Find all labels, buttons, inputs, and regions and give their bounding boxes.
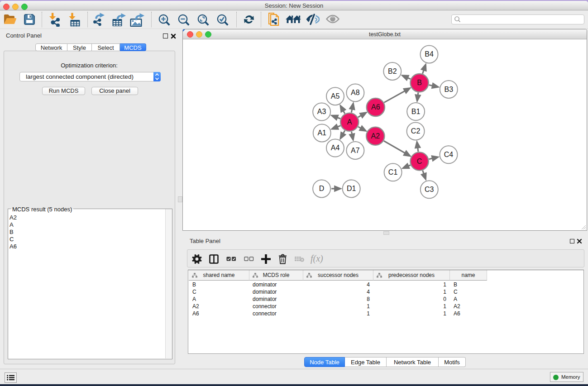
svg-text:B: B (417, 79, 422, 86)
svg-text:C2: C2 (411, 127, 421, 135)
svg-text:A5: A5 (331, 92, 340, 100)
svg-text:A2: A2 (371, 132, 380, 140)
svg-text:B1: B1 (411, 108, 421, 115)
svg-text:A3: A3 (317, 108, 326, 115)
svg-text:C4: C4 (444, 151, 454, 158)
svg-text:B2: B2 (388, 67, 397, 75)
svg-text:A7: A7 (351, 147, 360, 154)
svg-text:C: C (417, 157, 422, 165)
svg-text:B3: B3 (445, 86, 454, 93)
svg-text:C3: C3 (425, 186, 434, 193)
svg-text:B4: B4 (425, 50, 434, 58)
svg-text:A4: A4 (331, 144, 340, 152)
svg-text:A6: A6 (371, 103, 380, 111)
svg-text:A1: A1 (317, 129, 326, 137)
svg-text:D1: D1 (347, 185, 356, 192)
svg-text:C1: C1 (388, 168, 398, 176)
svg-text:A: A (347, 118, 352, 126)
svg-text:D: D (319, 185, 325, 192)
svg-text:A8: A8 (351, 89, 360, 96)
